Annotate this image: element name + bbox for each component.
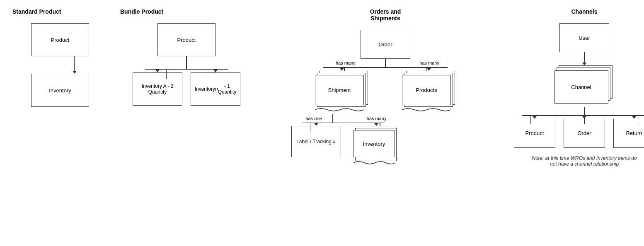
label-tracking-box: Label / Tracking #	[291, 126, 341, 157]
has-one-label: has one	[306, 116, 322, 121]
products-stacked: Products	[402, 71, 456, 112]
bundle-left-branch-line	[166, 69, 167, 79]
label-arrowhead	[314, 123, 318, 126]
orders-title: Orders andShipments	[298, 8, 472, 22]
channels-note: Note: at this time WROs and Inventory it…	[530, 155, 638, 167]
channels-product-col: Product	[514, 116, 555, 148]
inv-stacked: Inventory	[353, 126, 399, 165]
orders-lower: has one has many Label / Tracking #	[315, 114, 456, 166]
bundle-children: Inventory A - 2Quantity Inventory n - 1Q…	[133, 70, 240, 106]
inv-arrowhead	[374, 123, 378, 126]
channels-center-branch	[584, 115, 585, 124]
channels-arrowhead1	[582, 63, 586, 65]
standard-inventory-box: Inventory	[31, 74, 89, 107]
channels-right-branch	[638, 115, 639, 124]
bundle-product-box: Product	[157, 23, 215, 56]
bundle-h-line	[145, 69, 228, 70]
orders-vert1	[385, 59, 386, 67]
channels-product-box: Product	[514, 119, 555, 148]
inventory-lower-col: Inventory	[353, 123, 399, 165]
shipment-stacked: Shipment	[315, 71, 369, 112]
bundle-inv-a-box: Inventory A - 2Quantity	[133, 72, 182, 106]
shipment-front: Shipment	[315, 75, 364, 105]
shipment-col: Shipment	[315, 68, 369, 112]
channels-return-arrowhead	[632, 116, 636, 119]
bundle-split-container	[145, 69, 228, 70]
standard-product-box: Product	[31, 23, 89, 56]
shipment-lower-h	[302, 123, 385, 123]
channels-arrow-line1	[584, 52, 585, 63]
bundle-title: Bundle Product	[120, 8, 163, 15]
shipment-lower-split: has one has many	[302, 123, 385, 123]
shipment-wavy	[315, 107, 364, 112]
section-bundle: Bundle Product Product Inventory A - 2Qu…	[120, 8, 253, 106]
channel-front: Channel	[554, 70, 608, 104]
products-wavy	[402, 107, 451, 112]
section-channels: Channels User Channel	[506, 8, 644, 167]
channel-stacked: Channel	[554, 65, 615, 105]
inv-front: Inventory	[353, 130, 395, 157]
bundle-vert-line	[186, 56, 187, 69]
has-many-left-label: has many	[336, 60, 356, 65]
bundle-right-branch-line	[207, 69, 208, 79]
channels-arrow1	[582, 52, 586, 65]
section-orders: Orders andShipments Order has many has m…	[298, 8, 472, 165]
orders-h-line	[323, 67, 448, 68]
channels-return-col: Return	[613, 116, 644, 148]
section-standard: Standard Product Product Inventory	[12, 8, 95, 107]
shipment-lower-col: has one has many Label / Tracking #	[315, 114, 385, 166]
inv-wavy	[353, 160, 395, 165]
standard-title: Standard Product	[12, 8, 61, 15]
channels-vert2	[584, 107, 585, 115]
shipment-lower-vert	[332, 114, 333, 123]
bundle-inv-n-box: Inventory n - 1Quantity	[191, 72, 240, 106]
channels-user-box: User	[559, 23, 609, 52]
label-tracking-col: Label / Tracking #	[291, 123, 341, 165]
standard-arrow-head	[73, 71, 77, 74]
products-arrowhead	[427, 68, 431, 71]
diagram-container: Standard Product Product Inventory Bundl…	[0, 0, 644, 175]
channels-children: Product Order Return	[514, 116, 644, 148]
orders-order-box: Order	[361, 30, 410, 59]
channels-product-arrowhead	[533, 116, 537, 119]
products-front: Products	[402, 75, 451, 105]
label-branch	[310, 123, 311, 133]
bundle-child-left: Inventory A - 2Quantity	[133, 70, 182, 106]
bundle-left-arrowhead	[155, 70, 160, 72]
channels-return-box: Return	[613, 119, 644, 148]
standard-arrow-line	[74, 56, 75, 71]
orders-split-row: has many has many	[323, 67, 448, 68]
has-many-lower-label: has many	[367, 116, 387, 121]
channels-h-split	[522, 115, 644, 116]
products-col: Products	[402, 68, 456, 112]
bundle-right-arrowhead	[213, 70, 218, 72]
has-many-right-label: has many	[419, 60, 439, 65]
standard-arrow-down	[73, 56, 77, 74]
orders-children-row: Shipment Products	[315, 68, 456, 112]
shipment-arrowhead	[340, 68, 344, 71]
channels-h-line	[522, 115, 644, 116]
bundle-child-right: Inventory n - 1Quantity	[191, 70, 240, 106]
shipment-lower-children: Label / Tracking # Inventory	[291, 123, 399, 165]
channels-left-branch	[530, 115, 531, 124]
channels-title: Channels	[506, 8, 644, 15]
